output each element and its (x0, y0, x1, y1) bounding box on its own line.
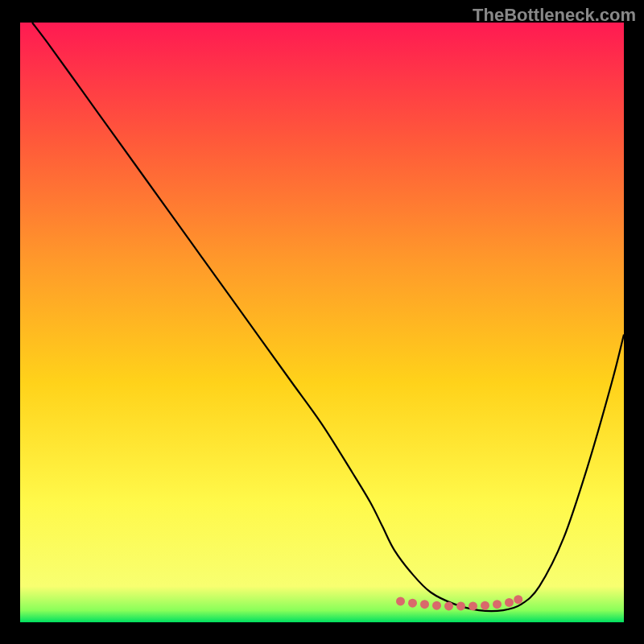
optimal-dot (444, 601, 453, 610)
optimal-dot (493, 600, 502, 609)
curve-layer (20, 23, 624, 622)
optimal-dot (408, 599, 417, 608)
optimal-dot (420, 600, 429, 609)
optimal-dot (432, 601, 441, 610)
optimal-dot (505, 598, 514, 607)
optimal-dot (396, 597, 405, 605)
watermark-text: TheBottleneck.com (473, 5, 636, 26)
optimal-dot (456, 601, 465, 610)
chart-container: TheBottleneck.com (0, 0, 644, 644)
optimal-marker-dots (396, 595, 522, 610)
bottleneck-curve (32, 23, 624, 611)
plot-area (20, 23, 624, 622)
optimal-dot (481, 601, 489, 610)
optimal-dot (469, 601, 477, 610)
optimal-dot (514, 595, 522, 604)
